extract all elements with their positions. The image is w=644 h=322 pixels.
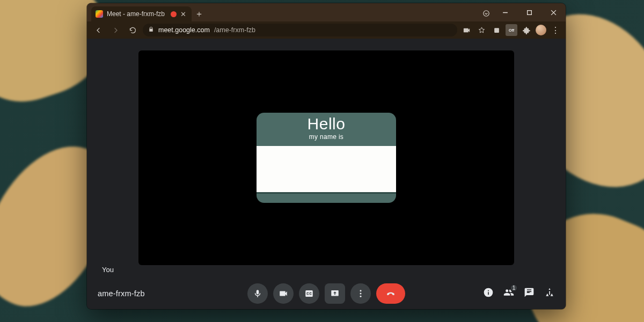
more-options-button[interactable] <box>350 283 371 304</box>
leave-call-button[interactable] <box>376 283 405 304</box>
extensions-puzzle-icon[interactable] <box>521 24 532 36</box>
nametag-card: Hello my name is <box>257 113 396 203</box>
tab-title: Meet - ame-frxm-fzb <box>107 10 165 18</box>
extension-off-badge[interactable]: Off <box>506 24 517 36</box>
chrome-menu-button[interactable]: ⋮ <box>550 24 561 36</box>
tab-strip: Meet - ame-frxm-fzb ✕ ＋ <box>87 3 566 21</box>
nav-back-button[interactable] <box>91 23 105 37</box>
present-button[interactable] <box>325 283 345 304</box>
camera-button[interactable] <box>273 283 294 304</box>
meeting-info-button[interactable] <box>483 287 494 300</box>
recording-indicator-icon <box>171 11 177 17</box>
meet-bottom-bar: ame-frxm-fzb <box>87 278 566 309</box>
bookmark-star-icon[interactable] <box>475 24 487 36</box>
mic-button[interactable] <box>247 283 268 304</box>
extension-icon[interactable] <box>491 24 502 36</box>
close-window-button[interactable] <box>541 3 566 21</box>
url-domain: meet.google.com <box>158 26 210 34</box>
captions-button[interactable] <box>299 283 319 304</box>
svg-point-4 <box>360 293 362 295</box>
nametag-subtitle: my name is <box>257 133 396 141</box>
reload-button[interactable] <box>126 23 140 37</box>
meet-app: Hello my name is You ame-frxm-fzb <box>87 39 566 309</box>
chrome-window: Meet - ame-frxm-fzb ✕ ＋ meet.google.com/… <box>87 3 566 309</box>
nametag-hello: Hello <box>257 116 396 132</box>
minimize-button[interactable] <box>493 3 517 21</box>
people-button[interactable]: 1 <box>503 287 514 300</box>
address-bar[interactable]: meet.google.com/ame-frxm-fzb <box>143 24 457 36</box>
lock-icon <box>148 26 154 34</box>
svg-point-3 <box>360 290 362 291</box>
video-stage: Hello my name is <box>138 50 514 265</box>
close-tab-button[interactable]: ✕ <box>180 10 186 18</box>
new-tab-button[interactable]: ＋ <box>192 6 207 21</box>
url-path: /ame-frxm-fzb <box>214 26 255 34</box>
browser-tab[interactable]: Meet - ame-frxm-fzb ✕ <box>91 6 192 21</box>
svg-point-0 <box>484 11 489 17</box>
svg-point-5 <box>360 296 362 297</box>
toolbar: meet.google.com/ame-frxm-fzb Off ⋮ <box>87 21 566 39</box>
participant-count-badge: 1 <box>510 284 518 292</box>
camera-permission-icon[interactable] <box>460 24 472 36</box>
svg-rect-1 <box>528 10 532 14</box>
activities-button[interactable] <box>544 287 555 300</box>
window-controls <box>493 3 566 21</box>
side-panel-controls: 1 <box>483 287 555 300</box>
meeting-code: ame-frxm-fzb <box>98 289 145 298</box>
self-label: You <box>102 266 114 274</box>
chat-button[interactable] <box>524 287 535 300</box>
nav-forward-button[interactable] <box>108 23 122 37</box>
profile-avatar[interactable] <box>536 25 546 35</box>
meet-favicon-icon <box>96 10 103 18</box>
nametag-name-area <box>257 146 396 192</box>
maximize-button[interactable] <box>517 3 541 21</box>
search-tabs-button[interactable] <box>479 5 493 21</box>
call-controls <box>247 283 405 304</box>
svg-rect-2 <box>494 28 499 33</box>
nametag-footer <box>257 192 396 203</box>
